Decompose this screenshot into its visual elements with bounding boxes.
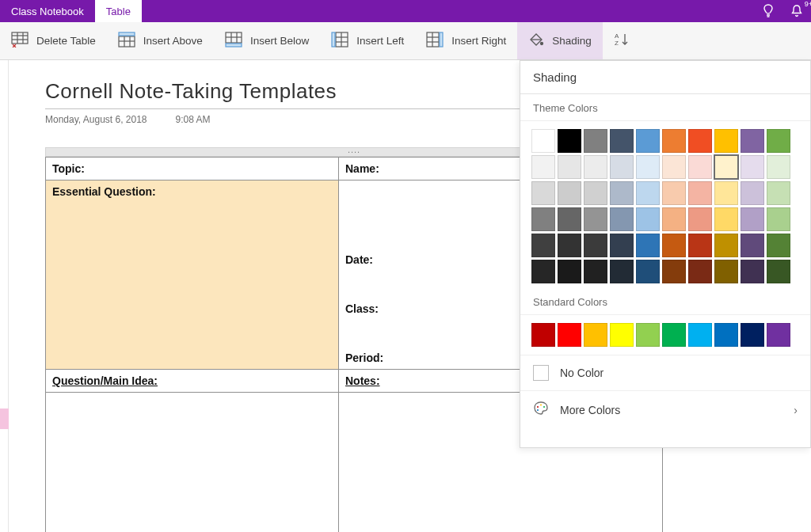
page-date: Monday, August 6, 2018 [45, 114, 147, 125]
theme-swatch[interactable] [558, 129, 581, 153]
cell-question-body[interactable] [46, 393, 339, 533]
theme-swatch[interactable] [584, 155, 607, 179]
theme-swatch[interactable] [688, 155, 712, 179]
insert-right-button[interactable]: Insert Right [415, 22, 517, 59]
theme-swatch[interactable] [531, 207, 555, 231]
theme-swatch[interactable] [688, 181, 712, 205]
theme-swatch[interactable] [767, 207, 790, 231]
standard-swatch[interactable] [531, 323, 555, 347]
theme-swatch[interactable] [714, 234, 738, 257]
theme-swatch[interactable] [767, 234, 790, 257]
section-indicator[interactable] [0, 408, 9, 429]
theme-swatch[interactable] [610, 260, 634, 283]
svg-rect-14 [226, 44, 242, 47]
theme-swatch[interactable] [531, 129, 555, 153]
sort-button[interactable]: AZ [603, 22, 641, 59]
theme-swatch[interactable] [767, 129, 790, 153]
shading-button[interactable]: Shading [517, 22, 603, 59]
bell-icon[interactable]: 9+ [782, 0, 811, 22]
theme-swatch[interactable] [688, 260, 712, 283]
theme-swatch[interactable] [584, 181, 607, 205]
svg-text:A: A [615, 32, 619, 40]
standard-swatch-grid [520, 315, 810, 355]
more-colors-option[interactable]: More Colors › [520, 390, 810, 428]
standard-swatch[interactable] [767, 323, 790, 347]
delete-table-button[interactable]: Delete Table [0, 22, 107, 59]
theme-swatch[interactable] [662, 129, 686, 153]
standard-swatch[interactable] [636, 323, 660, 347]
shading-panel-title: Shading [520, 61, 810, 94]
theme-swatch[interactable] [636, 207, 660, 231]
page-time: 9:08 AM [176, 114, 211, 125]
no-color-option[interactable]: No Color [520, 355, 810, 390]
theme-swatch[interactable] [741, 234, 764, 257]
theme-swatch[interactable] [610, 181, 634, 205]
theme-swatch[interactable] [688, 129, 712, 153]
theme-swatch[interactable] [636, 260, 660, 283]
standard-swatch[interactable] [741, 323, 764, 347]
theme-swatch[interactable] [584, 129, 607, 153]
theme-swatch[interactable] [610, 234, 634, 257]
theme-swatch[interactable] [714, 129, 738, 153]
theme-swatch[interactable] [558, 207, 581, 231]
theme-swatch[interactable] [767, 181, 790, 205]
cell-question-main-idea[interactable]: Question/Main Idea: [46, 370, 339, 393]
theme-swatch[interactable] [558, 155, 581, 179]
table-delete-icon [11, 32, 29, 50]
theme-swatch[interactable] [584, 234, 607, 257]
theme-swatch[interactable] [558, 181, 581, 205]
theme-swatch[interactable] [662, 234, 686, 257]
theme-swatch[interactable] [741, 207, 764, 231]
theme-swatch[interactable] [531, 234, 555, 257]
theme-swatch[interactable] [662, 207, 686, 231]
theme-swatch[interactable] [610, 129, 634, 153]
theme-swatch[interactable] [584, 260, 607, 283]
theme-swatch[interactable] [610, 155, 634, 179]
theme-swatch[interactable] [636, 234, 660, 257]
tab-table[interactable]: Table [95, 0, 142, 22]
lightbulb-icon[interactable] [754, 0, 782, 22]
titlebar: Class Notebook Table 9+ [0, 0, 811, 22]
theme-swatch[interactable] [558, 260, 581, 283]
theme-swatch[interactable] [636, 181, 660, 205]
insert-above-button[interactable]: Insert Above [107, 22, 214, 59]
theme-swatch[interactable] [714, 207, 738, 231]
paint-bucket-icon [528, 32, 544, 50]
insert-below-button[interactable]: Insert Below [214, 22, 320, 59]
theme-swatch[interactable] [767, 155, 790, 179]
theme-swatch[interactable] [584, 207, 607, 231]
theme-swatch[interactable] [714, 181, 738, 205]
ribbon: Delete Table Insert Above Insert Below I… [0, 22, 811, 60]
theme-swatch[interactable] [741, 260, 764, 283]
theme-swatch[interactable] [714, 155, 738, 179]
theme-swatch[interactable] [741, 155, 764, 179]
theme-swatch[interactable] [531, 260, 555, 283]
standard-swatch[interactable] [688, 323, 712, 347]
theme-swatch[interactable] [741, 129, 764, 153]
theme-swatch[interactable] [741, 181, 764, 205]
standard-swatch[interactable] [558, 323, 581, 347]
standard-swatch[interactable] [662, 323, 686, 347]
theme-swatch[interactable] [714, 260, 738, 283]
standard-swatch[interactable] [584, 323, 607, 347]
theme-swatch[interactable] [636, 155, 660, 179]
theme-swatch[interactable] [610, 207, 634, 231]
svg-point-30 [543, 406, 545, 408]
cell-essential-question[interactable]: Essential Question: [46, 180, 339, 370]
theme-swatch[interactable] [688, 207, 712, 231]
theme-swatch[interactable] [636, 129, 660, 153]
theme-swatch[interactable] [688, 234, 712, 257]
cell-topic[interactable]: Topic: [46, 158, 339, 180]
tab-class-notebook[interactable]: Class Notebook [0, 0, 95, 22]
theme-swatch[interactable] [662, 260, 686, 283]
theme-swatch[interactable] [662, 181, 686, 205]
standard-swatch[interactable] [610, 323, 634, 347]
palette-icon [533, 401, 549, 419]
insert-left-button[interactable]: Insert Left [320, 22, 415, 59]
theme-swatch[interactable] [662, 155, 686, 179]
standard-swatch[interactable] [714, 323, 738, 347]
theme-swatch[interactable] [531, 155, 555, 179]
theme-swatch[interactable] [531, 181, 555, 205]
theme-swatch[interactable] [558, 234, 581, 257]
theme-swatch[interactable] [767, 260, 790, 283]
